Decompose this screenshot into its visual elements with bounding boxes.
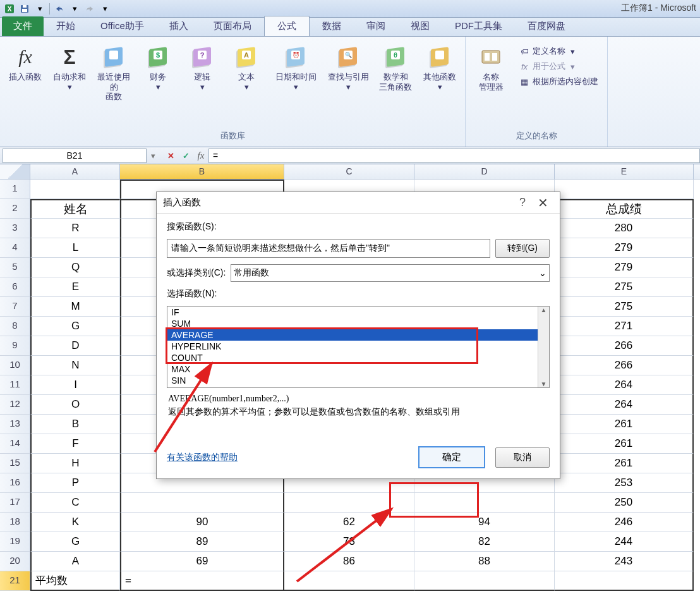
cell[interactable] (30, 179, 120, 199)
logical-button[interactable]: ? 逻辑▾ (182, 42, 222, 94)
col-header[interactable]: E (555, 164, 694, 179)
qat-dropdown-icon[interactable]: ▾ (33, 2, 47, 16)
scroll-up-icon[interactable]: ▲ (541, 307, 547, 313)
cell[interactable]: 73 (284, 532, 414, 552)
row-header[interactable]: 11 (0, 375, 30, 395)
tab-view[interactable]: 视图 (398, 16, 442, 36)
cell[interactable]: 250 (555, 493, 694, 513)
tab-data[interactable]: 数据 (310, 16, 354, 36)
row-header[interactable]: 20 (0, 552, 30, 571)
row-header[interactable]: 19 (0, 532, 30, 552)
row-header[interactable]: 9 (0, 336, 30, 356)
excel-icon[interactable]: X (3, 2, 16, 16)
save-icon[interactable] (18, 2, 32, 16)
cell[interactable]: E (30, 277, 120, 297)
cancel-button[interactable]: 取消 (495, 447, 550, 468)
cell[interactable]: 279 (555, 238, 694, 258)
insert-function-button[interactable]: fx 插入函数 (5, 42, 45, 85)
cell[interactable]: 266 (555, 336, 694, 356)
list-item[interactable]: SIN (167, 375, 538, 386)
cell[interactable]: 261 (555, 415, 694, 434)
cell[interactable]: C (30, 493, 120, 513)
row-header[interactable]: 1 (0, 179, 30, 199)
name-box[interactable]: B21 (3, 149, 147, 163)
cell[interactable]: F (30, 434, 120, 454)
cell[interactable]: 86 (284, 552, 414, 571)
tab-review[interactable]: 审阅 (354, 16, 398, 36)
tab-formulas[interactable]: 公式 (264, 16, 310, 36)
cell[interactable]: 271 (555, 317, 694, 336)
cell[interactable]: 253 (555, 473, 694, 493)
row-header[interactable]: 6 (0, 277, 30, 297)
cell[interactable]: K (30, 513, 120, 532)
list-item[interactable]: COUNT (167, 352, 538, 363)
scrollbar[interactable]: ▲▼ (538, 307, 549, 387)
use-in-formula-button[interactable]: fx用于公式 ▾ (517, 59, 600, 73)
fx-icon[interactable]: fx (193, 149, 208, 162)
row-header[interactable]: 14 (0, 434, 30, 454)
cell[interactable]: 279 (555, 258, 694, 277)
col-header[interactable]: A (30, 164, 120, 179)
row-header[interactable]: 8 (0, 317, 30, 336)
row-header[interactable]: 18 (0, 513, 30, 532)
cell[interactable]: P (30, 473, 120, 493)
row-header[interactable]: 12 (0, 395, 30, 415)
row-header[interactable]: 4 (0, 238, 30, 258)
cancel-formula-icon[interactable]: ✕ (163, 149, 178, 162)
row-header[interactable]: 17 (0, 493, 30, 513)
more-functions-button[interactable]: 其他函数▾ (419, 42, 460, 94)
autosum-button[interactable]: Σ 自动求和▾ (49, 42, 90, 94)
cell[interactable]: 62 (284, 513, 414, 532)
cell[interactable] (120, 493, 284, 513)
function-list[interactable]: IFSUMAVERAGEHYPERLINKCOUNTMAXSIN (167, 307, 538, 387)
col-header[interactable]: B (120, 164, 284, 179)
qat-dropdown-icon[interactable]: ▾ (68, 2, 81, 16)
accept-formula-icon[interactable]: ✓ (178, 149, 193, 162)
category-select[interactable]: 常用函数⌄ (231, 264, 550, 282)
qat-customize-icon[interactable]: ▾ (98, 2, 112, 16)
financial-button[interactable]: $ 财务▾ (138, 42, 178, 94)
list-item[interactable]: MAX (167, 363, 538, 375)
tab-office-helper[interactable]: Office助手 (88, 16, 157, 36)
tab-insert[interactable]: 插入 (157, 16, 201, 36)
cell[interactable]: N (30, 356, 120, 375)
cell[interactable] (555, 179, 694, 199)
cell[interactable] (414, 571, 555, 591)
row-header[interactable]: 15 (0, 454, 30, 473)
cell[interactable]: 280 (555, 219, 694, 238)
go-button[interactable]: 转到(G) (495, 239, 550, 258)
cell[interactable]: H (30, 454, 120, 473)
cell[interactable]: 264 (555, 395, 694, 415)
tab-baidu[interactable]: 百度网盘 (515, 16, 578, 36)
cell[interactable]: O (30, 395, 120, 415)
row-header[interactable]: 21 (0, 571, 30, 591)
cell[interactable]: 82 (414, 532, 555, 552)
ok-button[interactable]: 确定 (418, 446, 485, 468)
cell[interactable]: 261 (555, 454, 694, 473)
row-header[interactable]: 10 (0, 356, 30, 375)
recently-used-button[interactable]: 最近使用的 函数 (94, 42, 134, 104)
cell[interactable]: 243 (555, 552, 694, 571)
select-all-corner[interactable] (0, 164, 30, 179)
datetime-button[interactable]: ⏰ 日期和时间▾ (270, 42, 321, 94)
undo-icon[interactable] (52, 2, 66, 16)
help-link[interactable]: 有关该函数的帮助 (167, 452, 238, 463)
cell[interactable]: 244 (555, 532, 694, 552)
scroll-down-icon[interactable]: ▼ (541, 380, 547, 387)
math-button[interactable]: θ 数学和 三角函数 (375, 42, 416, 94)
cell[interactable]: 姓名 (30, 199, 120, 219)
search-function-input[interactable]: 请输入一条简短说明来描述您想做什么，然后单击"转到" (167, 239, 490, 258)
formula-input[interactable]: = (208, 149, 700, 163)
list-item[interactable]: AVERAGE (167, 329, 538, 341)
cell[interactable]: 总成绩 (555, 199, 694, 219)
create-from-selection-button[interactable]: ▦根据所选内容创建 (517, 75, 600, 88)
cell[interactable]: G (30, 532, 120, 552)
cell[interactable]: L (30, 238, 120, 258)
cell[interactable] (284, 571, 414, 591)
cell[interactable]: D (30, 336, 120, 356)
cell[interactable]: M (30, 297, 120, 317)
name-manager-button[interactable]: 名称 管理器 (471, 42, 511, 94)
cell[interactable]: 264 (555, 375, 694, 395)
row-header[interactable]: 13 (0, 415, 30, 434)
cell[interactable]: = (120, 571, 284, 591)
